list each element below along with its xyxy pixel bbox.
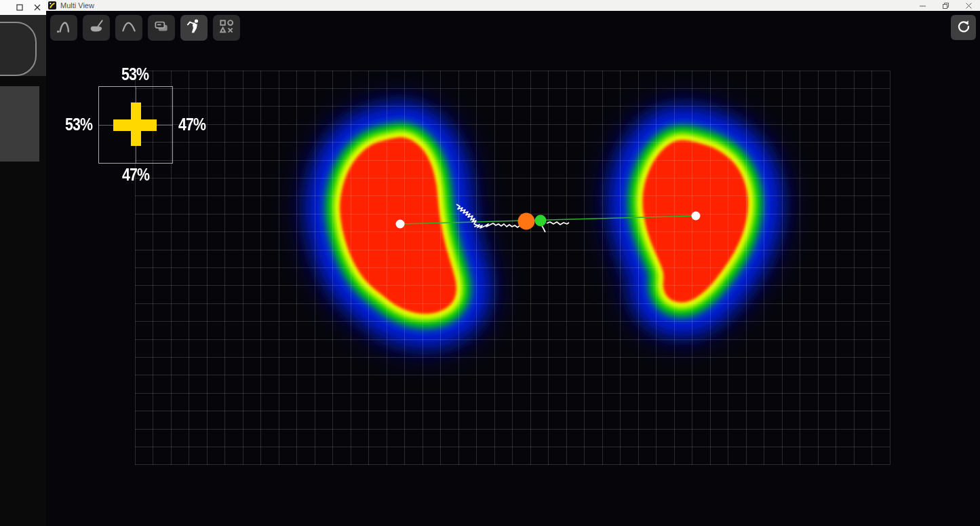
close-icon[interactable] [28,0,46,15]
background-window-content [0,15,46,76]
ball-marker [535,215,547,227]
balance-left-percent: 53% [59,115,98,133]
close-button[interactable] [957,0,980,11]
window-controls [911,0,980,11]
mat-outline [0,22,37,76]
cop-trace [547,222,569,225]
ball-flight-icon [55,18,73,38]
minimize-button[interactable] [911,0,934,11]
toolbar-button-golf-club[interactable] [83,15,110,41]
balance-cross [131,102,141,146]
pressure-blob-right [644,141,747,302]
cop-dot-right [692,212,701,221]
golf-club-icon [87,18,105,38]
balance-bottom-percent: 47% [116,166,155,183]
app-logo-icon [48,1,56,10]
toolbar-button-shapes[interactable] [213,15,240,41]
refresh-button[interactable] [951,15,976,40]
balance-box [98,86,173,164]
maximize-button[interactable] [11,0,28,15]
balance-right-percent: 47% [172,115,211,133]
data-tiles-icon [153,18,170,38]
club-marker [518,213,535,230]
multi-view-app: Multi View [0,0,980,526]
background-window-panel[interactable] [0,86,39,162]
shapes-icon [218,18,235,38]
toolbar-button-data-tiles[interactable] [148,15,175,41]
toolbar-button-trajectory-arc[interactable] [115,15,142,41]
cop-dot-left [396,220,405,229]
refresh-icon [956,18,972,37]
golfer-swing-icon [185,18,203,38]
background-window-titlebar [0,0,46,15]
grid-lines [135,71,890,465]
titlebar: Multi View [46,0,980,11]
balance-top-percent: 53% [115,65,154,83]
toolbar-button-golfer-swing[interactable] [180,15,208,41]
window-title: Multi View [60,1,911,10]
toolbar-button-ball-flight[interactable] [50,15,77,41]
trajectory-arc-icon [120,18,138,38]
background-window [0,0,46,526]
restore-button[interactable] [934,0,957,11]
